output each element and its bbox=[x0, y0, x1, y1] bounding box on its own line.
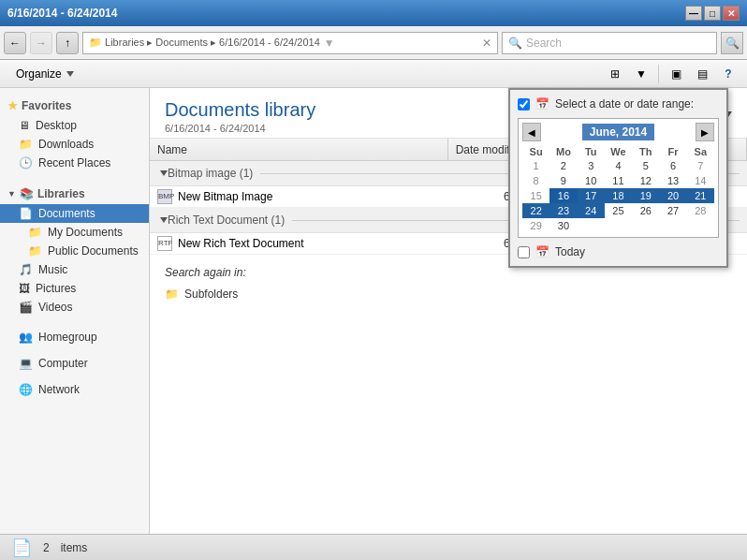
computer-icon: 💻 bbox=[19, 357, 33, 370]
view-dropdown-icon[interactable]: ▼ bbox=[630, 63, 652, 85]
calendar-day-15[interactable]: 15 bbox=[522, 188, 549, 203]
calendar-day-24[interactable]: 24 bbox=[578, 203, 605, 218]
sidebar-divider-1 bbox=[0, 176, 149, 184]
calendar-day-empty bbox=[605, 218, 632, 233]
sidebar-item-network[interactable]: 🌐 Network bbox=[0, 380, 149, 399]
calendar-day-3[interactable]: 3 bbox=[578, 158, 605, 173]
calendar-day-17[interactable]: 17 bbox=[578, 188, 605, 203]
libraries-label: Libraries bbox=[37, 187, 85, 200]
sidebar-item-music[interactable]: 🎵 Music bbox=[0, 260, 149, 279]
calendar-day-9[interactable]: 9 bbox=[549, 173, 577, 188]
calendar-day-2[interactable]: 2 bbox=[549, 158, 577, 173]
calendar-day-27[interactable]: 27 bbox=[659, 203, 686, 218]
videos-label: Videos bbox=[38, 301, 72, 314]
calendar-day-8[interactable]: 8 bbox=[522, 173, 549, 188]
search-button[interactable]: 🔍 bbox=[721, 32, 743, 54]
calendar-day-22[interactable]: 22 bbox=[522, 203, 549, 218]
computer-label: Computer bbox=[38, 357, 88, 370]
sidebar-item-videos[interactable]: 🎬 Videos bbox=[0, 298, 149, 317]
close-button[interactable]: ✕ bbox=[723, 6, 740, 21]
search-again-subfolders[interactable]: 📁 Subfolders bbox=[165, 285, 732, 303]
sidebar-item-pictures[interactable]: 🖼 Pictures bbox=[0, 279, 149, 298]
rtf-file-name: New Rich Text Document bbox=[178, 237, 304, 250]
toolbar: Organize ⊞ ▼ ▣ ▤ ? bbox=[0, 60, 747, 88]
calendar-nav: ◀ June, 2014 ▶ bbox=[522, 123, 714, 141]
status-count: 2 bbox=[43, 541, 50, 554]
address-bar: ← → ↑ 📁 Libraries ▸ Documents ▸ 6/16/201… bbox=[0, 26, 747, 60]
calendar-day-empty bbox=[659, 218, 686, 233]
sidebar-item-computer[interactable]: 💻 Computer bbox=[0, 354, 149, 373]
date-range-checkbox[interactable] bbox=[518, 98, 530, 111]
calendar-day-18[interactable]: 18 bbox=[605, 188, 632, 203]
group-bitmap-expand-icon[interactable] bbox=[160, 170, 168, 176]
today-checkbox[interactable] bbox=[518, 246, 530, 258]
dow-fr: Fr bbox=[659, 145, 686, 158]
libraries-header[interactable]: ▼ 📚 Libraries bbox=[0, 184, 149, 204]
sidebar-item-my-documents[interactable]: 📁 My Documents bbox=[0, 223, 149, 242]
sidebar-divider-3 bbox=[0, 346, 149, 354]
view-extra-large-icon[interactable]: ⊞ bbox=[604, 63, 626, 85]
address-path[interactable]: 📁 Libraries ▸ Documents ▸ 6/16/2014 - 6/… bbox=[82, 32, 498, 54]
calendar-day-23[interactable]: 23 bbox=[549, 203, 577, 218]
up-button[interactable]: ↑ bbox=[56, 32, 79, 54]
libraries-icon: 📚 bbox=[20, 187, 34, 200]
forward-button[interactable]: → bbox=[30, 32, 52, 54]
group-rtf-label: Rich Text Document (1) bbox=[168, 214, 285, 227]
calendar-day-13[interactable]: 13 bbox=[659, 173, 686, 188]
sidebar-item-documents[interactable]: 📄 Documents bbox=[0, 204, 149, 223]
calendar-month-title: June, 2014 bbox=[582, 124, 654, 140]
calendar-day-26[interactable]: 26 bbox=[632, 203, 659, 218]
library-title: Documents library bbox=[165, 99, 315, 121]
help-icon[interactable]: ? bbox=[717, 63, 740, 85]
calendar-day-10[interactable]: 10 bbox=[578, 173, 605, 188]
details-pane-icon[interactable]: ▤ bbox=[691, 63, 713, 85]
calendar-day-7[interactable]: 7 bbox=[687, 158, 714, 173]
calendar-day-14[interactable]: 14 bbox=[687, 173, 714, 188]
calendar-day-16[interactable]: 16 bbox=[549, 188, 577, 203]
recent-places-icon: 🕒 bbox=[19, 156, 33, 169]
toolbar-right: ⊞ ▼ ▣ ▤ ? bbox=[604, 63, 740, 85]
calendar-day-29[interactable]: 29 bbox=[522, 218, 549, 233]
network-icon: 🌐 bbox=[19, 383, 33, 396]
calendar-next-button[interactable]: ▶ bbox=[696, 123, 714, 141]
calendar-day-30[interactable]: 30 bbox=[549, 218, 577, 233]
group-rtf-expand-icon[interactable] bbox=[160, 217, 168, 223]
calendar-day-25[interactable]: 25 bbox=[605, 203, 632, 218]
sidebar-item-desktop[interactable]: 🖥 Desktop bbox=[0, 116, 149, 135]
date-picker-calendar: ◀ June, 2014 ▶ Su Mo Tu We Th Fr Sa 1234… bbox=[518, 118, 719, 238]
calendar-day-1[interactable]: 1 bbox=[522, 158, 549, 173]
sidebar-item-recent-places[interactable]: 🕒 Recent Places bbox=[0, 154, 149, 172]
calendar-day-28[interactable]: 28 bbox=[687, 203, 714, 218]
search-box[interactable]: 🔍 Search bbox=[502, 32, 717, 54]
preview-pane-icon[interactable]: ▣ bbox=[665, 63, 687, 85]
sidebar-item-downloads[interactable]: 📁 Downloads bbox=[0, 135, 149, 154]
toolbar-left: Organize bbox=[7, 65, 82, 83]
homegroup-label: Homegroup bbox=[38, 331, 97, 344]
calendar-day-6[interactable]: 6 bbox=[659, 158, 686, 173]
sidebar-item-homegroup[interactable]: 👥 Homegroup bbox=[0, 328, 149, 346]
minimize-button[interactable]: — bbox=[685, 6, 702, 21]
calendar-prev-button[interactable]: ◀ bbox=[522, 123, 541, 141]
today-calendar-icon: 📅 bbox=[535, 245, 549, 258]
organize-button[interactable]: Organize bbox=[7, 65, 82, 83]
refresh-icon[interactable]: ✕ bbox=[482, 37, 491, 50]
back-button[interactable]: ← bbox=[4, 32, 26, 54]
sidebar-divider-2 bbox=[0, 320, 149, 328]
calendar-day-5[interactable]: 5 bbox=[632, 158, 659, 173]
homegroup-icon: 👥 bbox=[19, 331, 33, 344]
path-dropdown-icon[interactable]: ▼ bbox=[324, 37, 335, 50]
subfolders-icon: 📁 bbox=[165, 287, 179, 301]
calendar-day-19[interactable]: 19 bbox=[632, 188, 659, 203]
calendar-day-11[interactable]: 11 bbox=[605, 173, 632, 188]
favorites-header[interactable]: ★ Favorites bbox=[0, 96, 149, 116]
downloads-label: Downloads bbox=[38, 138, 94, 151]
bitmap-file-name: New Bitmap Image bbox=[178, 190, 272, 203]
sidebar-item-public-documents[interactable]: 📁 Public Documents bbox=[0, 242, 149, 260]
calendar-day-12[interactable]: 12 bbox=[632, 173, 659, 188]
col-header-name[interactable]: Name bbox=[150, 139, 448, 160]
maximize-button[interactable]: □ bbox=[704, 6, 721, 21]
calendar-day-4[interactable]: 4 bbox=[605, 158, 632, 173]
date-picker-overlay: 📅 Select a date or date range: ◀ June, 2… bbox=[508, 88, 728, 268]
calendar-day-21[interactable]: 21 bbox=[687, 188, 714, 203]
calendar-day-20[interactable]: 20 bbox=[659, 188, 686, 203]
